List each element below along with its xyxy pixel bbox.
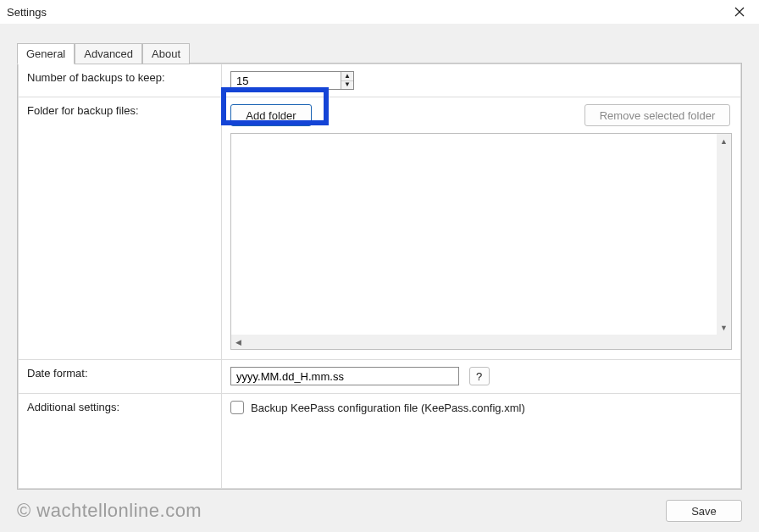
date-format-help-button[interactable]: ? [469,367,490,385]
titlebar: Settings [0,0,759,24]
backup-folder-label: Folder for backup files: [27,104,139,117]
scroll-down-icon: ▼ [717,320,731,335]
tab-general[interactable]: General [17,43,75,64]
scroll-up-icon: ▲ [717,134,731,148]
add-folder-button[interactable]: Add folder [230,104,312,126]
backup-config-label: Backup KeePass configuration file (KeePa… [251,402,525,414]
tab-strip: GeneralAdvancedAbout [17,42,742,63]
scroll-left-icon: ◀ [231,335,246,349]
vertical-scrollbar[interactable]: ▲ ▼ [717,134,731,335]
horizontal-scrollbar[interactable]: ◀ ▶ [231,335,731,349]
date-format-input[interactable] [230,367,459,385]
backup-config-checkbox[interactable] [230,401,244,414]
tab-panel-general: Number of backups to keep: ▲ ▼ Folder fo… [17,63,742,490]
footer: © wachtellonline.com Save [0,490,759,532]
backups-count-label: Number of backups to keep: [27,71,165,84]
watermark-text: © wachtellonline.com [17,500,202,522]
save-button[interactable]: Save [666,500,742,522]
spinner-up-button[interactable]: ▲ [341,72,353,81]
scrollbar-corner [717,335,731,349]
window-title: Settings [7,6,47,19]
tab-about[interactable]: About [142,43,190,64]
backup-folders-listbox[interactable]: ▲ ▼ ◀ ▶ [230,133,732,350]
spinner-down-button[interactable]: ▼ [341,81,353,90]
tab-advanced[interactable]: Advanced [75,43,142,64]
close-icon [734,7,745,17]
date-format-label: Date format: [27,367,88,380]
backups-count-spinner[interactable]: ▲ ▼ [230,71,354,90]
backups-count-input[interactable] [231,72,341,89]
close-button[interactable] [727,3,752,21]
client-area: GeneralAdvancedAbout Number of backups t… [0,24,759,532]
remove-selected-folder-button[interactable]: Remove selected folder [584,104,730,126]
additional-settings-label: Additional settings: [27,401,119,413]
